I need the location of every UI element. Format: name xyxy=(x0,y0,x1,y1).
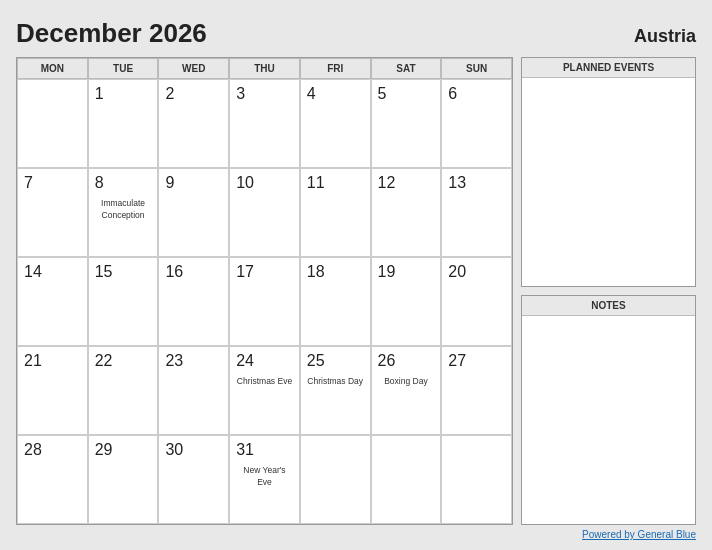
day-number: 31 xyxy=(236,441,254,459)
day-number: 9 xyxy=(165,174,174,192)
notes-box: NOTES xyxy=(521,295,696,525)
day-header-sun: SUN xyxy=(441,58,512,79)
day-header-tue: TUE xyxy=(88,58,159,79)
day-cell: 21 xyxy=(17,346,88,435)
day-cell: 9 xyxy=(158,168,229,257)
day-number: 22 xyxy=(95,352,113,370)
event-label: Immaculate xyxy=(95,198,152,208)
day-cell: 2 xyxy=(158,79,229,168)
day-number: 10 xyxy=(236,174,254,192)
day-cell: 31New Year'sEve xyxy=(229,435,300,524)
day-cell: 17 xyxy=(229,257,300,346)
day-cell: 1 xyxy=(88,79,159,168)
day-number: 28 xyxy=(24,441,42,459)
day-cell: 5 xyxy=(371,79,442,168)
day-cell: 7 xyxy=(17,168,88,257)
calendar-row-1: 123456 xyxy=(17,79,512,168)
planned-events-box: PLANNED EVENTS xyxy=(521,57,696,287)
day-cell: 28 xyxy=(17,435,88,524)
header: December 2026 Austria xyxy=(16,18,696,49)
day-cell: 27 xyxy=(441,346,512,435)
planned-events-content xyxy=(522,78,695,286)
day-cell: 3 xyxy=(229,79,300,168)
planned-events-header: PLANNED EVENTS xyxy=(522,58,695,78)
day-cell: 10 xyxy=(229,168,300,257)
day-number: 5 xyxy=(378,85,387,103)
day-cell: 19 xyxy=(371,257,442,346)
event-label: Eve xyxy=(236,477,293,487)
footer: Powered by General Blue xyxy=(16,529,696,540)
day-cell: 12 xyxy=(371,168,442,257)
day-cell xyxy=(300,435,371,524)
day-cell: 29 xyxy=(88,435,159,524)
day-number: 24 xyxy=(236,352,254,370)
day-header-thu: THU xyxy=(229,58,300,79)
day-number: 15 xyxy=(95,263,113,281)
calendar: MONTUEWEDTHUFRISATSUN12345678ImmaculateC… xyxy=(16,57,513,525)
day-number: 16 xyxy=(165,263,183,281)
day-cell: 26Boxing Day xyxy=(371,346,442,435)
day-cell: 23 xyxy=(158,346,229,435)
day-number: 14 xyxy=(24,263,42,281)
day-cell: 6 xyxy=(441,79,512,168)
main-content: MONTUEWEDTHUFRISATSUN12345678ImmaculateC… xyxy=(16,57,696,525)
day-number: 11 xyxy=(307,174,325,192)
day-number: 4 xyxy=(307,85,316,103)
day-number: 23 xyxy=(165,352,183,370)
day-cell: 13 xyxy=(441,168,512,257)
day-number: 13 xyxy=(448,174,466,192)
day-cell: 16 xyxy=(158,257,229,346)
day-number: 7 xyxy=(24,174,33,192)
event-label: New Year's xyxy=(236,465,293,475)
calendar-row-4: 21222324Christmas Eve25Christmas Day26Bo… xyxy=(17,346,512,435)
day-number: 18 xyxy=(307,263,325,281)
calendar-row-2: 78ImmaculateConception910111213 xyxy=(17,168,512,257)
notes-header: NOTES xyxy=(522,296,695,316)
day-cell: 30 xyxy=(158,435,229,524)
day-number: 3 xyxy=(236,85,245,103)
day-header-sat: SAT xyxy=(371,58,442,79)
event-label: Christmas Eve xyxy=(236,376,293,386)
day-number: 20 xyxy=(448,263,466,281)
day-number: 26 xyxy=(378,352,396,370)
day-number: 25 xyxy=(307,352,325,370)
page-title: December 2026 xyxy=(16,18,207,49)
right-section: PLANNED EVENTS NOTES xyxy=(521,57,696,525)
calendar-row-3: 14151617181920 xyxy=(17,257,512,346)
page: December 2026 Austria MONTUEWEDTHUFRISAT… xyxy=(0,0,712,550)
day-number: 12 xyxy=(378,174,396,192)
day-cell: 14 xyxy=(17,257,88,346)
day-number: 27 xyxy=(448,352,466,370)
day-header-fri: FRI xyxy=(300,58,371,79)
day-header-wed: WED xyxy=(158,58,229,79)
event-label: Conception xyxy=(95,210,152,220)
day-number: 29 xyxy=(95,441,113,459)
calendar-row-5: 28293031New Year'sEve xyxy=(17,435,512,524)
day-header-mon: MON xyxy=(17,58,88,79)
day-cell: 24Christmas Eve xyxy=(229,346,300,435)
day-cell: 11 xyxy=(300,168,371,257)
day-cell: 4 xyxy=(300,79,371,168)
day-cell: 8ImmaculateConception xyxy=(88,168,159,257)
day-headers: MONTUEWEDTHUFRISATSUN xyxy=(17,58,512,79)
day-number: 19 xyxy=(378,263,396,281)
day-number: 30 xyxy=(165,441,183,459)
powered-by-link[interactable]: Powered by General Blue xyxy=(582,529,696,540)
day-cell xyxy=(441,435,512,524)
event-label: Boxing Day xyxy=(378,376,435,386)
day-cell xyxy=(371,435,442,524)
day-number: 21 xyxy=(24,352,42,370)
country-label: Austria xyxy=(634,26,696,47)
day-number: 8 xyxy=(95,174,104,192)
day-cell: 15 xyxy=(88,257,159,346)
day-number: 1 xyxy=(95,85,104,103)
day-cell xyxy=(17,79,88,168)
day-number: 2 xyxy=(165,85,174,103)
day-cell: 20 xyxy=(441,257,512,346)
notes-content xyxy=(522,316,695,524)
day-number: 17 xyxy=(236,263,254,281)
day-number: 6 xyxy=(448,85,457,103)
day-cell: 25Christmas Day xyxy=(300,346,371,435)
day-cell: 18 xyxy=(300,257,371,346)
event-label: Christmas Day xyxy=(307,376,364,386)
